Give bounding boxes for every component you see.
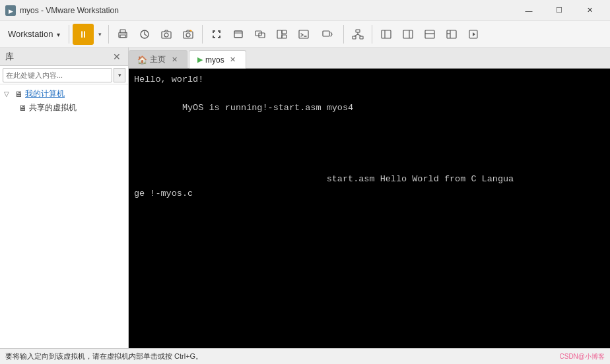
resize-icon bbox=[322, 28, 333, 40]
sidebar1-icon bbox=[380, 28, 392, 40]
search-dropdown-button[interactable]: ▾ bbox=[114, 68, 125, 82]
sidebar2-icon bbox=[402, 28, 414, 40]
app-icon: ▶ bbox=[5, 5, 16, 16]
sidebar1-button[interactable] bbox=[376, 24, 397, 45]
sidebar3-button[interactable] bbox=[419, 24, 440, 45]
toolbar-separator-3 bbox=[202, 25, 203, 44]
toolbar-separator-5 bbox=[372, 25, 372, 44]
maximize-button[interactable]: ☐ bbox=[544, 0, 574, 21]
folder-icon: 🖥 bbox=[15, 90, 22, 99]
toolbar-separator-4 bbox=[343, 25, 344, 44]
window2-button[interactable] bbox=[250, 24, 271, 45]
svg-rect-23 bbox=[360, 36, 363, 39]
my-computer-label: 我的计算机 bbox=[25, 88, 65, 100]
layout-button[interactable] bbox=[441, 24, 462, 45]
network-buttons bbox=[347, 24, 368, 45]
more-button[interactable] bbox=[463, 24, 484, 45]
tab-bar: 🏠 主页 ✕ ▶ myos ✕ bbox=[129, 47, 610, 69]
svg-point-5 bbox=[125, 33, 127, 34]
status-bar: 要将输入定向到该虚拟机，请在虚拟机内部单击或按 Ctrl+G。 CSDN@小博客 bbox=[0, 348, 610, 364]
layout-icon bbox=[446, 28, 458, 40]
vm-screen: Hello, world! MyOS is running!-start.asm… bbox=[129, 69, 610, 348]
window1-icon bbox=[232, 28, 244, 40]
minimize-button[interactable]: — bbox=[514, 0, 544, 21]
history-button[interactable] bbox=[134, 24, 155, 45]
workstation-chevron-icon bbox=[55, 29, 60, 39]
svg-line-26 bbox=[358, 34, 362, 36]
workstation-menu-button[interactable]: Workstation bbox=[3, 26, 65, 42]
home-tab-label: 主页 bbox=[150, 54, 166, 65]
shared-icon: 🖥 bbox=[18, 104, 26, 113]
content-area: 🏠 主页 ✕ ▶ myos ✕ Hello, world! MyOS is ru… bbox=[129, 47, 610, 348]
svg-point-10 bbox=[186, 33, 190, 37]
tab-home[interactable]: 🏠 主页 ✕ bbox=[129, 50, 187, 69]
sidebar-item-my-computer[interactable]: ▽ 🖥 我的计算机 bbox=[0, 87, 128, 101]
vm-display[interactable]: Hello, world! MyOS is running!-start.asm… bbox=[129, 69, 610, 348]
svg-rect-15 bbox=[277, 30, 282, 38]
pause-icon: ⏸ bbox=[79, 29, 88, 40]
fullscreen-button[interactable] bbox=[206, 24, 227, 45]
toolbar: Workstation ⏸ ▾ bbox=[0, 21, 610, 47]
title-bar: ▶ myos - VMware Workstation — ☐ ✕ bbox=[0, 0, 610, 21]
window2-icon bbox=[254, 28, 266, 40]
search-input[interactable] bbox=[3, 68, 112, 82]
main-area: 库 ✕ ▾ ▽ 🖥 我的计算机 🖥 共享的虚拟机 🏠 主页 ✕ bbox=[0, 47, 610, 348]
svg-rect-27 bbox=[382, 30, 391, 38]
history-icon bbox=[139, 28, 151, 40]
sidebar: 库 ✕ ▾ ▽ 🖥 我的计算机 🖥 共享的虚拟机 bbox=[0, 47, 129, 348]
shared-vm-label: 共享的虚拟机 bbox=[29, 102, 77, 113]
tab-myos[interactable]: ▶ myos ✕ bbox=[189, 50, 246, 69]
toolbar-buttons bbox=[112, 24, 199, 45]
workstation-label: Workstation bbox=[8, 29, 53, 39]
window1-button[interactable] bbox=[228, 24, 249, 45]
pause-dropdown-button[interactable]: ▾ bbox=[94, 24, 105, 45]
snapshot-icon bbox=[160, 28, 172, 40]
myos-tab-close-button[interactable]: ✕ bbox=[228, 55, 238, 65]
sidebar2-button[interactable] bbox=[397, 24, 419, 45]
svg-rect-29 bbox=[403, 30, 413, 38]
svg-rect-11 bbox=[234, 31, 242, 38]
svg-rect-33 bbox=[447, 30, 456, 38]
sidebar-item-shared-vm[interactable]: 🖥 共享的虚拟机 bbox=[0, 101, 128, 115]
svg-rect-17 bbox=[282, 35, 287, 38]
snapshot-button[interactable] bbox=[156, 24, 177, 45]
svg-rect-16 bbox=[282, 30, 287, 34]
svg-line-25 bbox=[355, 34, 358, 36]
pause-button[interactable]: ⏸ bbox=[73, 24, 94, 45]
tree-area: ▽ 🖥 我的计算机 🖥 共享的虚拟机 bbox=[0, 84, 128, 348]
svg-text:▶: ▶ bbox=[9, 8, 13, 15]
sidebar-header: 库 ✕ bbox=[0, 47, 128, 66]
terminal-icon bbox=[298, 28, 310, 40]
vmware-icon: ▶ bbox=[5, 5, 16, 16]
myos-tab-label: myos bbox=[205, 55, 224, 65]
view-buttons bbox=[206, 24, 340, 45]
network-icon bbox=[352, 28, 364, 40]
resize-button[interactable] bbox=[315, 24, 340, 45]
window3-button[interactable] bbox=[271, 24, 292, 45]
sidebar-close-button[interactable]: ✕ bbox=[111, 51, 123, 63]
search-bar: ▾ bbox=[0, 66, 128, 84]
myos-tab-icon: ▶ bbox=[197, 55, 203, 64]
sidebar3-icon bbox=[424, 28, 436, 40]
print-button[interactable] bbox=[112, 24, 133, 45]
home-tab-close-button[interactable]: ✕ bbox=[170, 55, 179, 65]
more-icon bbox=[467, 28, 479, 40]
home-tab-icon: 🏠 bbox=[137, 55, 147, 65]
snapshot2-button[interactable] bbox=[178, 24, 199, 45]
snapshot2-icon bbox=[182, 28, 194, 40]
expand-icon: ▽ bbox=[4, 90, 12, 98]
terminal-button[interactable] bbox=[293, 24, 314, 45]
toolbar-separator-1 bbox=[69, 25, 69, 44]
window-controls: — ☐ ✕ bbox=[514, 0, 605, 21]
svg-rect-21 bbox=[356, 30, 360, 32]
svg-rect-4 bbox=[120, 35, 125, 38]
fullscreen-icon bbox=[211, 28, 222, 40]
svg-point-8 bbox=[164, 33, 168, 37]
svg-rect-18 bbox=[299, 30, 308, 38]
status-text: 要将输入定向到该虚拟机，请在虚拟机内部单击或按 Ctrl+G。 bbox=[5, 351, 203, 361]
toolbar-separator-2 bbox=[108, 25, 109, 44]
watermark-text: CSDN@小博客 bbox=[560, 352, 605, 361]
network-button[interactable] bbox=[347, 24, 368, 45]
svg-rect-31 bbox=[425, 30, 434, 38]
close-button[interactable]: ✕ bbox=[574, 0, 605, 21]
